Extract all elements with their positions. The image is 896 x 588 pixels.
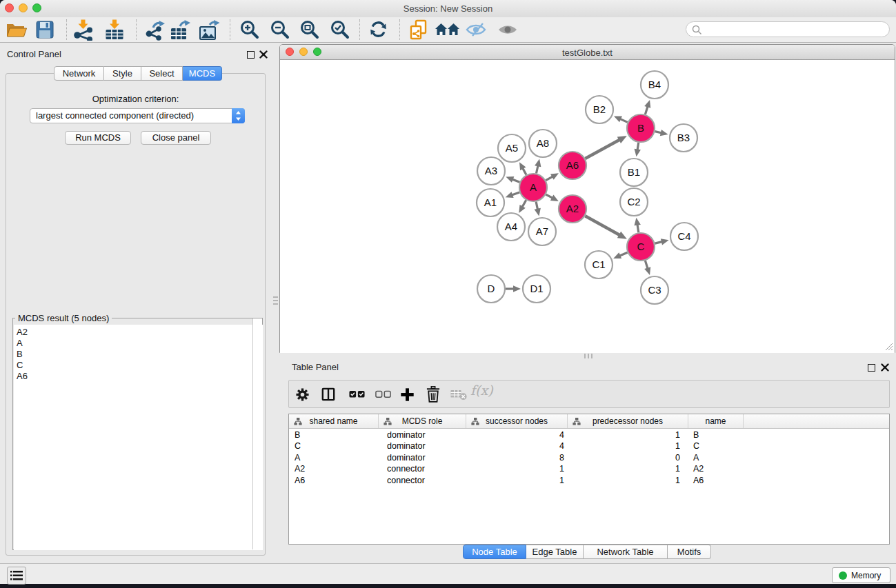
control-panel-title: Control Panel — [7, 49, 61, 59]
show-hide-panel-icon[interactable] — [497, 23, 519, 37]
gear-icon[interactable] — [296, 388, 309, 401]
table-cell[interactable]: 1 — [466, 463, 564, 474]
criterion-dropdown[interactable]: largest connected component (directed) — [30, 108, 245, 123]
column-header-shared-name[interactable]: shared name — [289, 414, 379, 428]
table-cell[interactable]: 1 — [568, 475, 680, 486]
column-header-label: predecessor nodes — [593, 416, 663, 426]
mcds-result-item[interactable]: A6 — [14, 371, 263, 382]
node-label-A4: A4 — [505, 221, 517, 232]
toolbar-separator — [399, 19, 400, 40]
zoom-selected-icon[interactable] — [330, 19, 350, 39]
run-mcds-button[interactable]: Run MCDS — [65, 131, 131, 145]
zoom-fit-icon[interactable] — [299, 19, 319, 39]
network-canvas[interactable]: AA1A2A3A4A5A6A7A8BB1B2B3B4CC1C2C3C4DD1 — [280, 61, 895, 353]
table-cell[interactable]: 8 — [466, 452, 564, 463]
search-input[interactable] — [704, 23, 884, 35]
table-cell[interactable]: A6 — [693, 475, 704, 486]
horizontal-splitter-handle[interactable] — [583, 354, 594, 358]
table-cell[interactable]: A2 — [693, 463, 704, 474]
table-float-panel-icon[interactable] — [868, 364, 875, 372]
table-cell[interactable]: B — [693, 429, 699, 440]
memory-status-icon — [839, 571, 847, 580]
node-label-A1: A1 — [484, 196, 497, 208]
tab-edge-table[interactable]: Edge Table — [526, 545, 584, 559]
result-scrollbar[interactable] — [252, 318, 262, 549]
export-image-icon[interactable] — [199, 20, 221, 41]
table-cell[interactable]: A6 — [295, 475, 305, 486]
save-session-icon[interactable] — [36, 21, 54, 39]
mcds-result-item[interactable]: B — [14, 349, 263, 360]
tab-network-table[interactable]: Network Table — [584, 545, 668, 559]
main-titlebar: Session: New Session — [0, 0, 896, 17]
export-network-icon[interactable] — [145, 20, 168, 41]
mcds-result-item[interactable]: A — [14, 338, 263, 349]
mcds-result-item[interactable]: A2 — [14, 327, 263, 338]
column-header-successor-nodes[interactable]: successor nodes — [466, 414, 568, 428]
table-cell[interactable]: dominator — [387, 452, 426, 463]
task-history-button[interactable] — [7, 567, 26, 585]
node-label-A8: A8 — [537, 137, 549, 149]
edge-A2-C[interactable] — [585, 216, 620, 235]
mcds-result-list: A2ABCA6 — [14, 325, 263, 550]
table-cell[interactable]: 1 — [568, 429, 680, 440]
table-cell[interactable]: A2 — [295, 463, 305, 474]
tab-node-table[interactable]: Node Table — [463, 545, 526, 559]
float-panel-icon[interactable] — [247, 51, 255, 59]
table-cell[interactable]: connector — [387, 475, 425, 486]
zoom-in-icon[interactable] — [239, 19, 259, 39]
table-close-panel-icon[interactable] — [881, 363, 889, 372]
function-builder-icon[interactable]: f(x) — [470, 383, 493, 398]
import-table-icon[interactable] — [104, 19, 125, 41]
dropdown-stepper-icon — [232, 108, 245, 123]
tab-mcds[interactable]: MCDS — [183, 66, 222, 81]
unselect-all-columns-icon[interactable] — [375, 390, 391, 398]
table-cell[interactable]: dominator — [387, 429, 426, 440]
table-cell[interactable]: 1 — [568, 440, 680, 452]
table-cell[interactable]: dominator — [387, 440, 426, 452]
table-cell[interactable]: A — [295, 452, 300, 463]
resize-grip-icon[interactable] — [884, 342, 893, 351]
new-network-from-selection-icon[interactable] — [408, 19, 428, 41]
tab-network[interactable]: Network — [54, 66, 104, 81]
memory-button[interactable]: Memory — [832, 567, 890, 583]
table-cell[interactable]: C — [693, 440, 699, 452]
table-cell[interactable]: connector — [387, 463, 425, 474]
arrowhead — [644, 267, 650, 275]
refresh-view-icon[interactable] — [369, 20, 388, 39]
column-header-MCDS-role[interactable]: MCDS role — [379, 414, 466, 428]
node-label-B1: B1 — [628, 166, 640, 178]
select-all-columns-icon[interactable] — [349, 390, 365, 398]
import-network-icon[interactable] — [72, 19, 94, 41]
table-cell[interactable]: 1 — [568, 463, 680, 474]
table-cell[interactable]: 0 — [568, 452, 680, 463]
delete-column-icon[interactable] — [426, 386, 440, 403]
column-header-predecessor-nodes[interactable]: predecessor nodes — [568, 414, 688, 428]
network-graph: AA1A2A3A4A5A6A7A8BB1B2B3B4CC1C2C3C4DD1 — [280, 61, 895, 353]
column-header-name[interactable]: name — [688, 414, 744, 428]
status-bar: Memory — [0, 563, 896, 584]
delete-table-icon[interactable] — [450, 389, 468, 401]
node-label-D1: D1 — [530, 283, 543, 294]
table-cell[interactable]: C — [295, 440, 301, 452]
tab-style[interactable]: Style — [104, 66, 141, 81]
edge-A6-B[interactable] — [585, 139, 620, 159]
tab-select[interactable]: Select — [141, 66, 183, 81]
vertical-splitter-handle[interactable] — [273, 295, 278, 306]
close-panel-icon[interactable] — [259, 50, 268, 59]
table-cell[interactable]: A — [693, 452, 699, 463]
tab-motifs[interactable]: Motifs — [668, 545, 711, 559]
zoom-out-icon[interactable] — [270, 19, 290, 39]
hide-graphics-details-icon[interactable] — [466, 22, 488, 37]
open-file-icon[interactable] — [6, 22, 27, 39]
export-table-icon[interactable] — [170, 20, 192, 41]
table-cell[interactable]: B — [295, 429, 300, 440]
mcds-result-item[interactable]: C — [14, 360, 263, 371]
show-columns-icon[interactable] — [321, 387, 335, 401]
table-cell[interactable]: 4 — [466, 429, 564, 440]
table-panel-title: Table Panel — [292, 362, 339, 372]
table-cell[interactable]: 4 — [466, 440, 564, 452]
close-panel-button[interactable]: Close panel — [141, 131, 211, 145]
add-column-icon[interactable] — [400, 387, 415, 402]
table-cell[interactable]: 1 — [466, 475, 564, 486]
home-view-icon[interactable] — [435, 22, 460, 37]
